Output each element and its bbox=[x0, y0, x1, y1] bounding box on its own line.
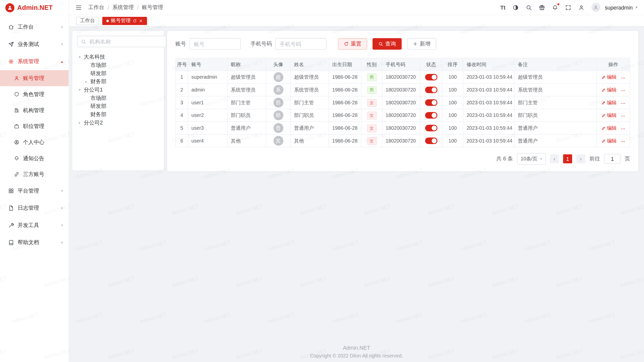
reset-button[interactable]: 重置 bbox=[338, 38, 367, 50]
user-icon bbox=[14, 75, 19, 81]
org-search-box bbox=[77, 36, 166, 47]
user-avatar[interactable] bbox=[591, 3, 600, 12]
caret-right-icon[interactable]: ▸ bbox=[77, 121, 82, 125]
caret-down-icon[interactable]: ▾ bbox=[77, 88, 82, 92]
cell-序号: 4 bbox=[176, 109, 188, 122]
breadcrumb-item[interactable]: 系统管理 bbox=[112, 4, 134, 11]
status-toggle[interactable] bbox=[425, 86, 437, 93]
page-1-button[interactable]: 1 bbox=[563, 154, 572, 163]
sidebar-item-个人中心[interactable]: 个人中心 bbox=[0, 134, 69, 150]
sidebar-item-label: 职位管理 bbox=[23, 122, 68, 130]
edit-button[interactable]: 编辑 bbox=[601, 112, 617, 119]
edit-button[interactable]: 编辑 bbox=[601, 86, 617, 94]
cell-昵称: 普通用户 bbox=[227, 122, 266, 134]
table-row: 5user3普通用户普普通用户1986-06-28女18020030720100… bbox=[176, 122, 630, 134]
tree-node-财务部[interactable]: ▸财务部 bbox=[77, 78, 159, 86]
search-button[interactable]: 查询 bbox=[373, 38, 402, 50]
gift-icon[interactable] bbox=[539, 4, 545, 10]
tree-node-分公司1[interactable]: ▾分公司1 bbox=[77, 86, 159, 94]
status-toggle[interactable] bbox=[425, 112, 437, 119]
tree-node-市场部[interactable]: 市场部 bbox=[77, 94, 159, 102]
cell-排序: 100 bbox=[442, 71, 463, 84]
org-search-input[interactable] bbox=[89, 38, 163, 45]
more-actions-button[interactable] bbox=[620, 88, 625, 94]
notification-bell-icon[interactable] bbox=[552, 4, 558, 10]
tree-node-市场部[interactable]: 市场部 bbox=[77, 61, 159, 69]
cell-出生日期: 1986-06-28 bbox=[329, 109, 361, 122]
add-button[interactable]: 新增 bbox=[407, 38, 436, 50]
tree-node-label: 分公司1 bbox=[84, 86, 103, 94]
sidebar-item-职位管理[interactable]: 职位管理 bbox=[0, 118, 69, 134]
tree-node-大名科技[interactable]: ▾大名科技 bbox=[77, 53, 159, 61]
cell-修改时间: 2023-01-03 10:59:44 bbox=[463, 109, 514, 122]
caret-down-icon[interactable]: ▾ bbox=[77, 55, 82, 59]
sidebar-item-账号管理[interactable]: 账号管理 bbox=[0, 70, 69, 86]
sidebar-item-通知公告[interactable]: 通知公告 bbox=[0, 150, 69, 166]
footer-copyright: Copyright © 2022 Dilon All rights reserv… bbox=[69, 353, 644, 359]
more-actions-button[interactable] bbox=[620, 126, 625, 131]
cell-昵称: 系统管理员 bbox=[227, 83, 266, 96]
status-toggle[interactable] bbox=[425, 138, 437, 144]
chevron-down-icon[interactable]: ▾ bbox=[635, 5, 637, 9]
sidebar-item-开发工具[interactable]: 开发工具▾ bbox=[0, 217, 69, 234]
prev-page-button[interactable]: ‹ bbox=[550, 154, 559, 163]
caret-right-icon[interactable]: ▸ bbox=[84, 80, 89, 84]
tree-node-研发部[interactable]: 研发部 bbox=[77, 102, 159, 111]
font-size-icon[interactable]: Tt bbox=[500, 4, 505, 10]
more-actions-button[interactable] bbox=[620, 114, 625, 119]
status-toggle[interactable] bbox=[425, 99, 437, 106]
sidebar-item-角色管理[interactable]: 角色管理 bbox=[0, 86, 69, 102]
sidebar-item-三方账号[interactable]: 三方账号 bbox=[0, 166, 69, 182]
gender-tag: 女 bbox=[367, 137, 377, 145]
cell-头像: 部 bbox=[266, 109, 291, 122]
tree-node-财务部[interactable]: 财务部 bbox=[77, 110, 159, 119]
gender-tag: 男 bbox=[367, 73, 377, 81]
sidebar-item-工作台[interactable]: 工作台▾ bbox=[0, 18, 69, 36]
account-input[interactable] bbox=[189, 38, 241, 50]
breadcrumb-separator: / bbox=[108, 4, 109, 10]
tree-node-分公司2[interactable]: ▸分公司2 bbox=[77, 119, 159, 127]
tree-node-研发部[interactable]: 研发部 bbox=[77, 69, 159, 78]
ellipsis-icon bbox=[620, 114, 625, 119]
status-toggle[interactable] bbox=[425, 125, 437, 131]
more-actions-button[interactable] bbox=[620, 139, 625, 144]
tab-workbench[interactable]: 工作台 bbox=[76, 17, 99, 25]
edit-button[interactable]: 编辑 bbox=[601, 125, 617, 132]
edit-button[interactable]: 编辑 bbox=[601, 99, 617, 106]
avatar: 超 bbox=[273, 72, 283, 82]
more-actions-button[interactable] bbox=[620, 76, 625, 81]
tab-close-icon[interactable] bbox=[139, 19, 143, 23]
next-page-button[interactable]: › bbox=[576, 154, 585, 163]
more-actions-button[interactable] bbox=[620, 101, 625, 106]
cell-姓名: 普通用户 bbox=[291, 122, 329, 134]
cell-状态 bbox=[420, 83, 442, 96]
sidebar-item-机构管理[interactable]: 机构管理 bbox=[0, 102, 69, 118]
tab-refresh-icon[interactable] bbox=[133, 19, 137, 23]
personcircle-icon bbox=[14, 140, 19, 145]
brand[interactable]: Admin.NET bbox=[0, 0, 69, 15]
breadcrumb-item[interactable]: 账号管理 bbox=[142, 4, 163, 11]
page-size-select[interactable]: 10条/页 ▾ bbox=[517, 153, 546, 165]
sidebar-item-帮助文档[interactable]: 帮助文档▾ bbox=[0, 234, 69, 251]
fullscreen-icon[interactable] bbox=[565, 4, 571, 10]
search-icon[interactable] bbox=[526, 4, 532, 10]
sidebar-item-日志管理[interactable]: 日志管理▾ bbox=[0, 199, 69, 217]
sidebar-item-系统管理[interactable]: 系统管理▴ bbox=[0, 53, 69, 70]
tab-account-management[interactable]: 账号管理 bbox=[102, 17, 147, 25]
sidebar-item-平台管理[interactable]: 平台管理▾ bbox=[0, 182, 69, 200]
briefcase-icon bbox=[14, 123, 19, 129]
sidebar-item-业务测试[interactable]: 业务测试▾ bbox=[0, 36, 69, 53]
username[interactable]: superadmin bbox=[605, 4, 633, 10]
ellipsis-icon bbox=[620, 139, 625, 144]
theme-icon[interactable] bbox=[512, 4, 518, 10]
breadcrumb-item[interactable]: 工作台 bbox=[88, 4, 104, 11]
edit-button[interactable]: 编辑 bbox=[601, 137, 617, 144]
status-toggle[interactable] bbox=[425, 74, 437, 80]
ellipsis-icon bbox=[620, 76, 625, 81]
phone-input[interactable] bbox=[275, 38, 327, 50]
edit-button[interactable]: 编辑 bbox=[601, 74, 617, 81]
chevron-down-icon: ▾ bbox=[61, 42, 63, 46]
goto-page-input[interactable] bbox=[604, 154, 621, 164]
collapse-menu-icon[interactable] bbox=[75, 4, 82, 10]
profile-icon[interactable] bbox=[578, 4, 584, 10]
